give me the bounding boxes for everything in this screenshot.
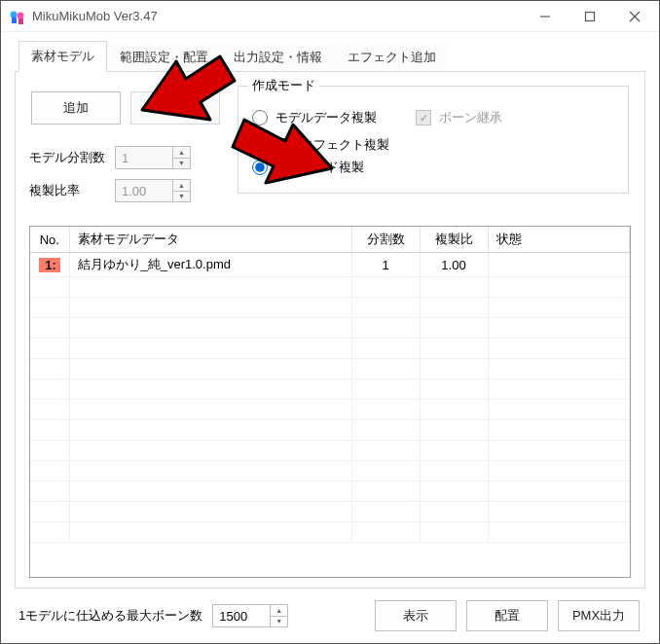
table-row (30, 441, 630, 461)
table-row[interactable]: 1: 結月ゆかり_純_ver1.0.pmd 1 1.00 (30, 253, 630, 277)
table-row (30, 420, 630, 441)
model-split-spinner: ▲ ▼ (115, 146, 191, 169)
cell-no: 1: (30, 253, 69, 277)
table-row (30, 277, 630, 298)
place-button[interactable]: 配置 (466, 600, 548, 631)
table-row (30, 522, 630, 543)
col-state-header[interactable]: 状態 (488, 227, 630, 253)
model-table: No. 素材モデルデータ 分割数 複製比 状態 1: 結月ゆかり_純_ver1.… (30, 227, 630, 543)
table-row (30, 502, 630, 522)
button-label: 配置 (495, 607, 520, 625)
col-ratio-header[interactable]: 複製比 (420, 227, 488, 253)
button-label: 追加 (63, 99, 89, 117)
col-div-header[interactable]: 分割数 (351, 227, 420, 253)
delete-button: 削除 (130, 91, 220, 125)
spin-down-icon: ▼ (173, 159, 190, 169)
window-controls (523, 2, 657, 31)
tab-label: エフェクト追加 (348, 50, 436, 64)
copy-ratio-spinner: ▲ ▼ (115, 179, 191, 202)
view-button[interactable]: 表示 (375, 600, 457, 631)
group-legend: 作成モード (248, 77, 319, 94)
model-split-input (116, 147, 172, 168)
table-row (30, 400, 630, 420)
left-column: 追加 削除 モデル分割数 ▲ ▼ (29, 86, 220, 212)
radio-effect-copy-input[interactable] (252, 137, 268, 153)
button-label: PMX出力 (572, 607, 625, 625)
client-area: 素材モデル 範囲設定・配置 出力設定・情報 エフェクト追加 追加 削除 モデル分… (1, 32, 659, 643)
tab-output-info[interactable]: 出力設定・情報 (221, 42, 335, 72)
app-icon (9, 8, 26, 25)
tab-label: 出力設定・情報 (234, 50, 322, 64)
spin-down-icon[interactable]: ▼ (271, 617, 287, 627)
spin-buttons: ▲ ▼ (270, 605, 287, 626)
spin-up-icon: ▲ (173, 180, 190, 192)
radio-billboard-copy[interactable]: ビルボード複製 (252, 159, 614, 176)
button-label: 削除 (163, 99, 188, 117)
table-header-row: No. 素材モデルデータ 分割数 複製比 状態 (30, 227, 630, 253)
close-button[interactable] (612, 2, 657, 31)
pmx-output-button[interactable]: PMX出力 (558, 600, 640, 631)
svg-rect-2 (12, 18, 17, 23)
titlebar: MikuMikuMob Ver3.47 (1, 1, 659, 32)
radio-model-copy[interactable]: モデルデータ複製 (252, 109, 377, 126)
tab-effect-add[interactable]: エフェクト追加 (335, 42, 449, 72)
window-title: MikuMikuMob Ver3.47 (32, 9, 523, 23)
spin-down-icon: ▼ (173, 192, 190, 202)
tab-material-model[interactable]: 素材モデル (18, 41, 107, 72)
col-data-header[interactable]: 素材モデルデータ (69, 227, 351, 253)
radio-billboard-copy-input[interactable] (252, 160, 268, 175)
tab-range-placement[interactable]: 範囲設定・配置 (107, 42, 221, 72)
checkbox-label: ボーン継承 (439, 109, 502, 126)
add-button[interactable]: 追加 (31, 91, 121, 125)
cell-ratio: 1.00 (420, 253, 488, 277)
spin-up-icon[interactable]: ▲ (271, 605, 287, 617)
model-split-row: モデル分割数 ▲ ▼ (29, 146, 220, 169)
svg-rect-3 (18, 18, 23, 24)
col-no-header[interactable]: No. (30, 227, 69, 253)
copy-ratio-input (116, 180, 172, 201)
max-bone-spinner[interactable]: ▲ ▼ (212, 604, 288, 627)
cell-div: 1 (351, 253, 420, 277)
table-row (30, 318, 630, 339)
maximize-button[interactable] (568, 2, 612, 31)
table-row (30, 482, 630, 502)
cell-state (488, 253, 630, 277)
table-row (30, 359, 630, 379)
minimize-button[interactable] (523, 2, 568, 31)
table-row (30, 298, 630, 318)
model-split-label: モデル分割数 (29, 149, 107, 166)
mode-top-row: モデルデータ複製 ✓ ボーン継承 (252, 104, 614, 131)
spin-up-icon: ▲ (173, 147, 190, 159)
tab-strip: 素材モデル 範囲設定・配置 出力設定・情報 エフェクト追加 (15, 40, 645, 71)
spin-buttons: ▲ ▼ (172, 180, 190, 201)
table-body: 1: 結月ゆかり_純_ver1.0.pmd 1 1.00 (30, 253, 630, 543)
tab-label: 素材モデル (31, 49, 94, 63)
radio-model-copy-input[interactable] (252, 110, 268, 125)
radio-label: ビルボード複製 (275, 159, 364, 176)
row-number-highlight: 1: (39, 258, 60, 272)
create-mode-group: 作成モード モデルデータ複製 ✓ ボーン継承 通常エフェクト複 (238, 86, 629, 194)
footer: 1モデルに仕込める最大ボーン数 ▲ ▼ 表示 配置 PMX出力 (15, 589, 645, 633)
tab-content: 追加 削除 モデル分割数 ▲ ▼ (15, 71, 645, 589)
app-window: MikuMikuMob Ver3.47 素材モデル 範囲設定・配置 出力設定・情… (0, 0, 660, 644)
radio-label: 通常エフェクト複製 (275, 136, 389, 154)
model-table-area: No. 素材モデルデータ 分割数 複製比 状態 1: 結月ゆかり_純_ver1.… (29, 226, 631, 578)
checkbox-icon: ✓ (416, 110, 431, 125)
bone-inherit-check: ✓ ボーン継承 (416, 109, 502, 126)
button-row: 追加 削除 (31, 91, 220, 125)
svg-rect-5 (586, 12, 595, 20)
upper-panel: 追加 削除 モデル分割数 ▲ ▼ (29, 86, 631, 212)
copy-ratio-label: 複製比率 (29, 182, 107, 199)
max-bone-label: 1モデルに仕込める最大ボーン数 (18, 607, 202, 625)
svg-point-0 (11, 11, 18, 18)
button-label: 表示 (403, 607, 428, 625)
max-bone-input[interactable] (213, 605, 270, 626)
table-row (30, 461, 630, 482)
table-row (30, 339, 630, 359)
radio-effect-copy[interactable]: 通常エフェクト複製 (252, 136, 614, 154)
copy-ratio-row: 複製比率 ▲ ▼ (29, 179, 220, 202)
tab-label: 範囲設定・配置 (120, 50, 208, 64)
table-row (30, 379, 630, 400)
svg-point-1 (18, 12, 24, 18)
cell-data: 結月ゆかり_純_ver1.0.pmd (69, 253, 351, 277)
